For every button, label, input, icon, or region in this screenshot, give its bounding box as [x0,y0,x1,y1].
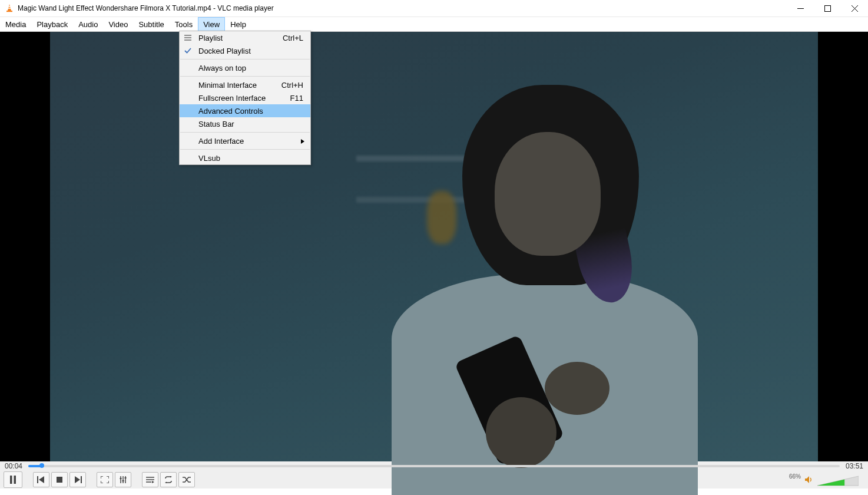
svg-rect-24 [125,477,127,478]
svg-rect-3 [6,11,12,12]
menu-item-always-on-top[interactable]: Always on top [180,61,310,74]
svg-rect-14 [37,476,38,483]
menu-item-shortcut: F11 [290,94,310,103]
svg-rect-23 [122,480,124,481]
menu-tools[interactable]: Tools [170,17,198,31]
fullscreen-button[interactable] [97,472,113,487]
menu-separator [180,132,310,133]
svg-marker-11 [301,139,304,144]
menu-separator [180,59,310,60]
video-area[interactable] [0,32,868,461]
seek-slider[interactable] [28,464,840,468]
menu-item-shortcut: Ctrl+H [281,81,310,90]
menu-item-playlist[interactable]: PlaylistCtrl+L [180,31,310,44]
menubar: MediaPlaybackAudioVideoSubtitleToolsView… [0,17,868,32]
svg-rect-13 [14,476,16,484]
menu-item-fullscreen-interface[interactable]: Fullscreen InterfaceF11 [180,91,310,104]
loop-button[interactable] [160,472,177,487]
video-content-placeholder [356,67,721,461]
menu-item-label: Status Bar [196,120,310,128]
menu-subtitle[interactable]: Subtitle [133,17,169,31]
menu-audio[interactable]: Audio [73,17,103,31]
menu-media[interactable]: Media [0,17,31,31]
svg-rect-18 [81,476,82,483]
menu-item-vlsub[interactable]: VLsub [180,151,310,164]
svg-marker-31 [805,476,809,483]
total-time: 03:51 [846,462,863,470]
video-frame [50,32,818,461]
svg-rect-16 [57,477,62,483]
svg-marker-28 [152,481,154,483]
menu-item-label: VLsub [196,154,310,163]
svg-rect-2 [8,8,11,9]
svg-rect-5 [824,5,830,11]
volume-percent: 66% [789,473,801,480]
svg-marker-15 [39,476,44,483]
menu-separator [180,76,310,77]
stop-button[interactable] [51,472,68,487]
menu-item-label: Playlist [196,34,283,42]
next-button[interactable] [69,472,86,487]
menu-item-shortcut: Ctrl+L [283,34,310,42]
close-button[interactable] [841,0,868,16]
menu-item-status-bar[interactable]: Status Bar [180,117,310,130]
check-icon [180,47,196,54]
elapsed-time: 00:04 [5,462,22,470]
pause-button[interactable] [4,471,22,488]
menu-playback[interactable]: Playback [31,17,73,31]
svg-marker-29 [170,476,172,478]
svg-rect-22 [120,478,122,479]
list-icon [180,35,196,41]
minimize-button[interactable] [787,0,814,16]
window-title: Magic Wand Light Effect Wondershare Film… [18,4,274,12]
speaker-icon[interactable] [804,476,813,486]
menu-separator [180,149,310,150]
menu-item-label: Always on top [196,64,310,72]
svg-rect-12 [10,476,12,484]
svg-marker-17 [75,476,80,483]
maximize-button[interactable] [814,0,841,16]
titlebar: Magic Wand Light Effect Wondershare Film… [0,0,868,17]
shuffle-button[interactable] [178,472,195,487]
extended-settings-button[interactable] [115,472,131,487]
menu-item-label: Minimal Interface [196,81,281,90]
menu-item-label: Docked Playlist [196,47,310,55]
menu-help[interactable]: Help [225,17,251,31]
menu-item-label: Add Interface [196,137,301,146]
svg-marker-0 [8,4,11,11]
svg-rect-1 [8,6,11,7]
menu-item-label: Fullscreen Interface [196,94,290,103]
menu-item-advanced-controls[interactable]: Advanced Controls [180,104,310,117]
menu-item-add-interface[interactable]: Add Interface [180,134,310,147]
volume-slider[interactable] [817,475,859,487]
view-menu-dropdown: PlaylistCtrl+LDocked PlaylistAlways on t… [179,31,311,165]
submenu-arrow-icon [301,137,310,146]
menu-view[interactable]: View [198,17,225,31]
menu-item-label: Advanced Controls [196,107,310,116]
menu-video[interactable]: Video [103,17,133,31]
vlc-cone-icon [5,4,14,13]
menu-item-minimal-interface[interactable]: Minimal InterfaceCtrl+H [180,78,310,91]
playlist-button[interactable] [142,472,158,487]
previous-button[interactable] [33,472,49,487]
svg-marker-30 [165,482,167,484]
menu-item-docked-playlist[interactable]: Docked Playlist [180,44,310,57]
